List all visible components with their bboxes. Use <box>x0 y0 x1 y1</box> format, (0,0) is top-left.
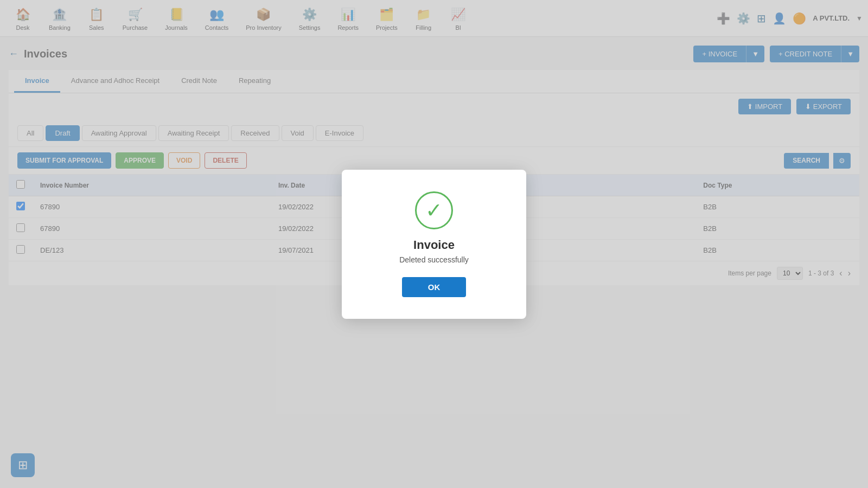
modal-title: Invoice <box>368 238 500 252</box>
modal-overlay: ✓ Invoice Deleted successfully OK <box>0 0 868 488</box>
check-circle-icon: ✓ <box>415 191 453 229</box>
checkmark-icon: ✓ <box>425 200 443 221</box>
modal-message: Deleted successfully <box>368 255 500 264</box>
modal-ok-button[interactable]: OK <box>402 277 467 297</box>
success-modal: ✓ Invoice Deleted successfully OK <box>342 170 526 319</box>
